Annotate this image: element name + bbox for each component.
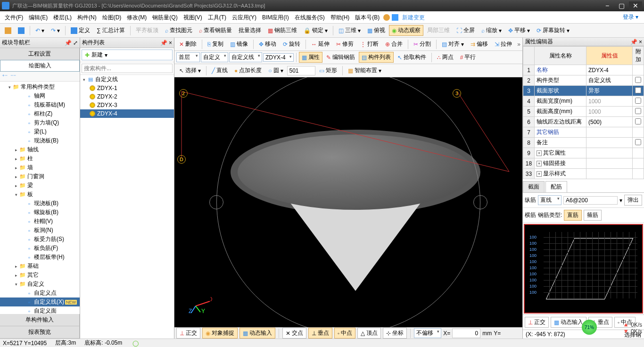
sum-button[interactable]: ∑ 汇总计算 bbox=[94, 25, 128, 36]
delete-button[interactable]: ✕删除 bbox=[176, 39, 199, 50]
menu-modify[interactable]: 修改(M) bbox=[124, 12, 149, 23]
fullscreen-button[interactable]: ⛶全屏 bbox=[454, 25, 478, 36]
perp-toggle[interactable]: ⊥ 垂点 bbox=[308, 328, 332, 339]
zdyx-dropdown[interactable]: ZDYX-4 bbox=[263, 53, 294, 62]
align-button[interactable]: ▤对齐▾ bbox=[439, 39, 467, 50]
property-row[interactable]: 1名称ZDYX-4 bbox=[523, 65, 644, 75]
split-button[interactable]: ✂分割 bbox=[411, 39, 434, 50]
pin-icon[interactable]: 📌 ⤢ bbox=[65, 40, 78, 46]
orbit-handle-left[interactable] bbox=[209, 195, 223, 209]
menu-bim[interactable]: BIM应用(I) bbox=[259, 12, 292, 23]
mirror-button[interactable]: ▥镜像 bbox=[227, 39, 251, 50]
tab-section[interactable]: 截面 bbox=[523, 181, 545, 192]
straight-button[interactable]: 直筋 bbox=[564, 210, 582, 221]
pv-dyn-toggle[interactable]: ▦动态输入 bbox=[551, 317, 586, 328]
property-row[interactable]: 4截面宽度(mm)1000 bbox=[523, 96, 644, 107]
menu-newchange[interactable]: 新建变更 bbox=[399, 12, 428, 23]
apex-toggle[interactable]: △ 顶点 bbox=[357, 328, 381, 339]
trim-button[interactable]: ✂修剪 bbox=[333, 39, 356, 50]
pan-button[interactable]: ✥平移▾ bbox=[505, 25, 533, 36]
complist-button[interactable]: ▤构件列表 bbox=[359, 52, 394, 63]
rect-button[interactable]: ▭矩形 bbox=[316, 65, 340, 76]
tree-node[interactable]: ▫现浇板(B) bbox=[0, 136, 80, 145]
tree-node[interactable]: ▸📁其它 bbox=[0, 271, 80, 280]
rebar-spec-input[interactable]: A6@200 bbox=[563, 196, 618, 205]
property-row[interactable]: 7其它钢筋 bbox=[523, 127, 644, 138]
menu-online[interactable]: 在线服务(S) bbox=[292, 12, 328, 23]
break-button[interactable]: ⋮打断 bbox=[357, 39, 381, 50]
twopt-button[interactable]: ∴两点 bbox=[434, 52, 456, 63]
property-row[interactable]: 5截面高度(mm)1000 bbox=[523, 107, 644, 117]
cross-toggle[interactable]: ✕ 交点 bbox=[282, 328, 306, 339]
tree-node[interactable]: ▫板负筋(F) bbox=[0, 244, 80, 253]
tree-node[interactable]: ▫现浇板(B) bbox=[0, 199, 80, 208]
customline-dropdown[interactable]: 自定义线 bbox=[229, 52, 262, 62]
tree-node[interactable]: ▫楼层板带(H) bbox=[0, 253, 80, 262]
menu-file[interactable]: 文件(F) bbox=[2, 12, 26, 23]
tree-root[interactable]: ▾📁常用构件类型 bbox=[0, 83, 80, 91]
tab-single-input[interactable]: 单构件输入 bbox=[0, 314, 80, 326]
popout-button[interactable]: 弹出 bbox=[624, 195, 642, 206]
tree-node[interactable]: ▫梁(L) bbox=[0, 127, 80, 136]
minimize-button[interactable]: − bbox=[601, 1, 614, 10]
circle-button[interactable]: ○圆▾ bbox=[265, 65, 286, 76]
tab-project-settings[interactable]: 工程设置 bbox=[0, 48, 80, 60]
viewrebar-button[interactable]: ⌕查看钢筋量 bbox=[196, 25, 235, 36]
parallel-button[interactable]: #平行 bbox=[457, 52, 479, 63]
tab-report[interactable]: 报表预览 bbox=[0, 326, 80, 338]
viewport-3d[interactable]: 2 3 D X Y Z bbox=[174, 77, 522, 327]
login-link[interactable]: 登录 ▾ bbox=[619, 13, 642, 21]
tree-node[interactable]: ▫柱帽(V) bbox=[0, 217, 80, 226]
dynview-button[interactable]: ◉动态观察 bbox=[389, 25, 423, 36]
tree-node[interactable]: ▸📁基础 bbox=[0, 262, 80, 271]
menu-draw[interactable]: 绘图(D) bbox=[99, 12, 124, 23]
findpic-button[interactable]: ⌕查找图元 bbox=[162, 25, 195, 36]
tree-node[interactable]: ▸📁梁 bbox=[0, 181, 80, 190]
osnap-toggle[interactable]: ◉对象捕捉 bbox=[202, 328, 238, 339]
line-button[interactable]: ╱直线 bbox=[209, 65, 231, 76]
section-preview[interactable]: 100100100100100100100100100100 bbox=[524, 224, 643, 314]
maximize-button[interactable]: ▢ bbox=[615, 1, 628, 10]
sit-toggle[interactable]: ⊹ 坐标 bbox=[383, 328, 407, 339]
tab-draw-input[interactable]: 绘图输入 bbox=[0, 60, 80, 72]
tree-node[interactable]: ▫自定义面 bbox=[0, 306, 80, 314]
mid-toggle[interactable]: ◦ 中点 bbox=[334, 328, 355, 339]
stirrup-button[interactable]: 箍筋 bbox=[584, 210, 602, 221]
property-row[interactable]: 3截面形状异形 bbox=[523, 86, 644, 96]
tree-node[interactable]: ▸📁门窗洞 bbox=[0, 172, 80, 181]
tree-node[interactable]: ▸📁轴线 bbox=[0, 145, 80, 154]
batchsel-button[interactable]: 批量选择 bbox=[236, 25, 264, 36]
undo-button[interactable]: ↶▾ bbox=[33, 26, 47, 35]
component-item[interactable]: ZDYX-3 bbox=[80, 101, 174, 109]
property-row[interactable]: 9+其它属性 bbox=[523, 148, 644, 158]
ptlen-button[interactable]: ●点加长度 bbox=[231, 65, 264, 76]
3d-button[interactable]: ◫三维▾ bbox=[336, 25, 363, 36]
menu-help[interactable]: 帮助(H) bbox=[328, 12, 353, 23]
offset-button[interactable]: ⇉偏移 bbox=[468, 39, 491, 50]
lock-button[interactable]: 🔒锁定▾ bbox=[301, 25, 330, 36]
floor-dropdown[interactable]: 首层 bbox=[176, 52, 200, 62]
select-button[interactable]: ↖选择▾ bbox=[176, 65, 204, 76]
property-row[interactable]: 6轴线距左边线距离(500) bbox=[523, 117, 644, 127]
save-button[interactable] bbox=[15, 26, 27, 35]
menu-component[interactable]: 构件(N) bbox=[74, 12, 99, 23]
redo-button[interactable]: ↷▾ bbox=[48, 26, 63, 35]
smart-button[interactable]: ▦智能布置▾ bbox=[345, 65, 384, 76]
new-component-button[interactable]: ✚新建▾ bbox=[82, 50, 173, 60]
rebar3d-button[interactable]: ▦钢筋三维 bbox=[265, 25, 300, 36]
rebar-line-dropdown[interactable]: 直线 bbox=[538, 195, 561, 205]
menu-version[interactable]: 版本号(B) bbox=[352, 12, 382, 23]
tree-node[interactable]: ▫轴网 bbox=[0, 91, 80, 100]
property-row[interactable]: 33+显示样式 bbox=[523, 169, 644, 179]
overlook-button[interactable]: ▦俯视 bbox=[364, 25, 388, 36]
search-input[interactable] bbox=[82, 64, 173, 73]
tab-rebar[interactable]: 配筋 bbox=[545, 181, 567, 192]
tree-node[interactable]: ▫剪力墙(Q) bbox=[0, 118, 80, 127]
open-button[interactable] bbox=[2, 26, 14, 35]
menu-floor[interactable]: 楼层(L) bbox=[50, 12, 74, 23]
tree-node[interactable]: ▫板受力筋(S) bbox=[0, 235, 80, 244]
pick-button[interactable]: ↖拾取构件 bbox=[395, 52, 429, 63]
menu-view[interactable]: 视图(V) bbox=[181, 12, 205, 23]
orbit-handle-right[interactable] bbox=[473, 195, 487, 209]
component-item[interactable]: ZDYX-4 bbox=[80, 109, 174, 118]
